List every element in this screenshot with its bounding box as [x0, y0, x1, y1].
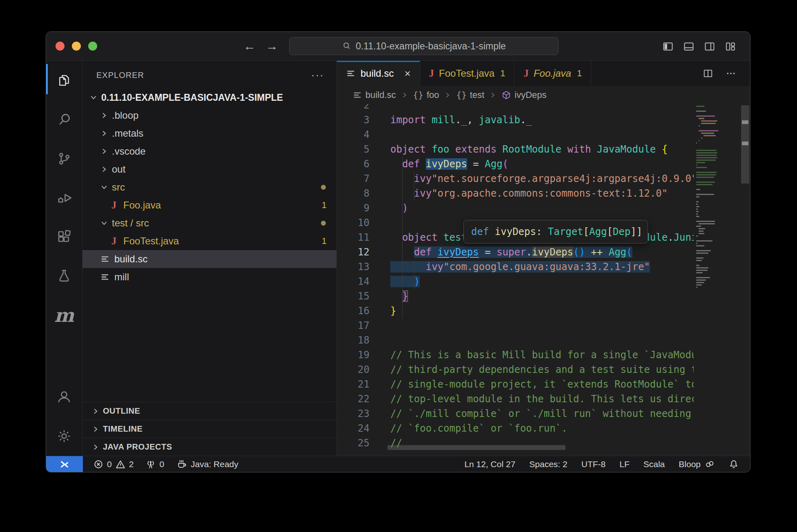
- code-line-17[interactable]: 17: [337, 318, 694, 333]
- minimap-line: [699, 233, 704, 234]
- tab-build-sc[interactable]: build.sc×: [337, 61, 420, 86]
- section-outline[interactable]: OUTLINE: [82, 402, 336, 420]
- activity-bar-item-run-debug[interactable]: [46, 178, 82, 217]
- status-cursor-position[interactable]: Ln 12, Col 27: [464, 459, 515, 469]
- minimap[interactable]: [694, 104, 739, 456]
- explorer-header-label: EXPLORER: [96, 71, 144, 80]
- minimap-line: [699, 223, 715, 224]
- code-line-21[interactable]: 21// single-module project, it `extends …: [337, 377, 694, 392]
- sidebar-item-build-sc[interactable]: build.sc: [82, 250, 336, 268]
- code-line-7[interactable]: 7 ivy"net.sourceforge.argparse4j:argpars…: [337, 171, 694, 186]
- code-line-13[interactable]: 13 ivy"com.google.guava:guava:33.2.1-jre…: [337, 259, 694, 274]
- code-line-23[interactable]: 23// `./mill compile` or `./mill run` wi…: [337, 406, 694, 421]
- minimap-line: [696, 115, 715, 117]
- code-text: ivy"org.apache.commons:commons-text:1.12…: [390, 188, 668, 199]
- breadcrumb-label: test: [470, 90, 484, 100]
- activity-bar-item-explorer[interactable]: [46, 61, 82, 100]
- status-eol[interactable]: LF: [619, 459, 630, 469]
- sidebar-item-src[interactable]: src: [82, 178, 336, 196]
- minimap-line: [696, 240, 712, 242]
- activity-bar-item-settings[interactable]: [46, 417, 82, 456]
- code-text: ivy"com.google.guava:guava:33.2.1-jre": [390, 261, 650, 273]
- breadcrumb-item-build-sc[interactable]: build.sc: [352, 90, 396, 100]
- sidebar-item-out[interactable]: out: [82, 160, 336, 178]
- minimap-line: [696, 196, 699, 197]
- code-line-2[interactable]: 2: [337, 104, 694, 113]
- chevron-down-icon: [99, 219, 109, 227]
- remote-indicator[interactable]: [46, 456, 83, 472]
- split-editor-icon[interactable]: [703, 68, 713, 79]
- activity-bar-item-search[interactable]: [46, 100, 82, 139]
- explorer-more-actions-icon[interactable]: ···: [311, 69, 324, 82]
- status-problems[interactable]: 02: [94, 459, 134, 469]
- status-text: UTF-8: [581, 459, 606, 469]
- problem-count-badge: 1: [322, 200, 327, 211]
- sidebar-item-bloop[interactable]: .bloop: [82, 106, 336, 124]
- sidebar-sections: OUTLINETIMELINEJAVA PROJECTS: [82, 402, 336, 456]
- code-line-4[interactable]: 4: [337, 127, 694, 142]
- command-center-search[interactable]: 0.11.10-example-basicjava-1-simple: [289, 37, 559, 55]
- activity-bar-item-source-control[interactable]: [46, 139, 82, 178]
- code-line-14[interactable]: 14 ): [337, 274, 694, 289]
- horizontal-scrollbar[interactable]: [387, 445, 565, 450]
- code-line-12[interactable]: 12 def ivyDeps = super.ivyDeps() ++ Agg(: [337, 245, 694, 259]
- section-timeline[interactable]: TIMELINE: [82, 420, 336, 438]
- status-java-status[interactable]: Java: Ready: [176, 459, 238, 470]
- close-window-button[interactable]: [56, 42, 65, 51]
- more-actions-icon[interactable]: [726, 68, 736, 79]
- status-ports[interactable]: 0: [146, 459, 164, 469]
- sidebar-item-footest-java[interactable]: JFooTest.java1: [82, 232, 336, 250]
- sidebar-item-foo-java[interactable]: JFoo.java1: [82, 196, 336, 214]
- tab-footest-java[interactable]: JFooTest.java1: [420, 61, 515, 86]
- minimap-line: [696, 235, 698, 237]
- code-line-8[interactable]: 8 ivy"org.apache.commons:commons-text:1.…: [337, 186, 694, 201]
- customize-layout-icon[interactable]: [725, 41, 736, 52]
- activity-bar-item-extensions[interactable]: [46, 217, 82, 257]
- sidebar-item-mill[interactable]: mill: [82, 268, 336, 286]
- code-line-24[interactable]: 24// `foo.compile` or `foo.run`.: [337, 421, 694, 436]
- status-encoding[interactable]: UTF-8: [581, 459, 606, 469]
- indent-guide: [402, 157, 403, 318]
- status-notifications[interactable]: [729, 459, 739, 469]
- code-text: object foo extends RootModule with JavaM…: [390, 144, 668, 155]
- code-editor[interactable]: 23import mill._, javalib._45object foo e…: [337, 104, 750, 456]
- activity-bar-item-testing[interactable]: [46, 257, 82, 296]
- line-number: 9: [337, 201, 370, 215]
- section-java-projects[interactable]: JAVA PROJECTS: [82, 438, 336, 456]
- sidebar-item-test-src[interactable]: test / src: [82, 214, 336, 232]
- breadcrumb-item-test[interactable]: {}test: [456, 90, 484, 100]
- sidebar-item-metals[interactable]: .metals: [82, 124, 336, 142]
- status-indentation[interactable]: Spaces: 2: [529, 459, 567, 469]
- toggle-panel-icon[interactable]: [683, 41, 695, 52]
- navigate-back-button[interactable]: ←: [241, 32, 258, 61]
- code-line-16[interactable]: 16}: [337, 304, 694, 318]
- status-language[interactable]: Scala: [643, 459, 665, 469]
- code-text: def ivyDeps = Agg(: [390, 158, 508, 170]
- code-line-20[interactable]: 20// third-party dependencies and a test…: [337, 362, 694, 377]
- status-text: Bloop: [679, 459, 701, 469]
- activity-bar-item-metals[interactable]: m: [46, 296, 82, 335]
- activity-bar-item-account[interactable]: [46, 377, 82, 417]
- code-line-15[interactable]: 15 }: [337, 289, 694, 304]
- minimize-window-button[interactable]: [72, 42, 81, 51]
- toggle-primary-sidebar-icon[interactable]: [662, 41, 674, 52]
- tab-foo-java[interactable]: JFoo.java1: [514, 61, 591, 86]
- code-line-3[interactable]: 3import mill._, javalib._: [337, 113, 694, 127]
- toggle-secondary-sidebar-icon[interactable]: [704, 41, 715, 52]
- breadcrumb-item-ivydeps[interactable]: ivyDeps: [501, 90, 546, 100]
- zoom-window-button[interactable]: [88, 42, 97, 51]
- minimap-line: [696, 213, 698, 215]
- navigate-forward-button[interactable]: →: [264, 32, 280, 61]
- close-icon[interactable]: ×: [404, 67, 410, 80]
- sidebar-item-vscode[interactable]: .vscode: [82, 142, 336, 160]
- minimap-line: [696, 189, 700, 190]
- code-line-6[interactable]: 6 def ivyDeps = Agg(: [337, 157, 694, 171]
- tree-root-folder[interactable]: 0.11.10-EXAMPLE-BASICJAVA-1-SIMPLE: [82, 89, 336, 106]
- code-line-19[interactable]: 19// This is a basic Mill build for a si…: [337, 348, 694, 362]
- code-line-5[interactable]: 5object foo extends RootModule with Java…: [337, 142, 694, 157]
- code-line-18[interactable]: 18: [337, 333, 694, 348]
- code-line-22[interactable]: 22// top-level module in the build. This…: [337, 392, 694, 406]
- code-line-9[interactable]: 9 ): [337, 201, 694, 215]
- status-bloop[interactable]: Bloop: [679, 459, 715, 470]
- breadcrumb-item-foo[interactable]: {}foo: [413, 90, 439, 100]
